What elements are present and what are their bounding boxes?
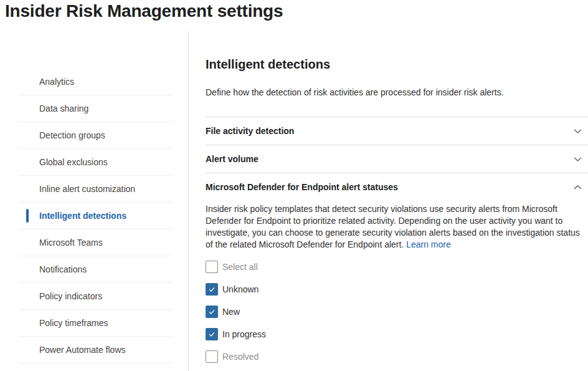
alert-status-checkbox-list: Select all Unknown New In progress <box>206 261 588 363</box>
checkbox-box[interactable] <box>206 283 218 296</box>
checkmark-icon <box>208 330 216 338</box>
defender-section-body: Insider risk policy templates that detec… <box>206 201 588 363</box>
sidebar-item-data-sharing[interactable]: Data sharing <box>19 95 173 122</box>
section-defender-alert-statuses[interactable]: Microsoft Defender for Endpoint alert st… <box>206 173 588 201</box>
page-title: Insider Risk Management settings <box>0 0 588 31</box>
sidebar-item-notifications[interactable]: Notifications <box>19 256 173 283</box>
sidebar-item-label: Data sharing <box>39 104 88 113</box>
defender-description: Insider risk policy templates that detec… <box>206 203 588 251</box>
sidebar-item-power-automate-flows[interactable]: Power Automate flows <box>19 337 173 364</box>
section-alert-volume[interactable]: Alert volume <box>206 145 588 173</box>
section-label: Microsoft Defender for Endpoint alert st… <box>206 182 398 192</box>
sidebar-item-label: Microsoft Teams <box>39 238 103 248</box>
defender-description-text: Insider risk policy templates that detec… <box>206 204 580 249</box>
sidebar-item-label: Global exclusions <box>39 157 108 167</box>
checkmark-icon <box>208 308 216 316</box>
section-heading: Intelligent detections <box>206 57 588 72</box>
checkbox-label: In progress <box>222 329 266 339</box>
checkbox-label: New <box>222 307 240 317</box>
sidebar-item-global-exclusions[interactable]: Global exclusions <box>19 149 173 176</box>
checkmark-icon <box>208 286 216 293</box>
checkbox-unknown[interactable]: Unknown <box>206 283 588 296</box>
section-label: File activity detection <box>206 126 294 136</box>
section-file-activity-detection[interactable]: File activity detection <box>206 117 588 145</box>
sidebar-item-label: Detection groups <box>39 130 105 140</box>
chevron-down-icon[interactable] <box>573 127 582 136</box>
checkbox-in-progress[interactable]: In progress <box>206 328 588 340</box>
sidebar-item-label: Notifications <box>39 264 87 274</box>
selected-indicator-bar <box>26 209 29 223</box>
sidebar-item-label: Power Automate flows <box>39 345 126 355</box>
checkbox-label: Select all <box>222 262 258 272</box>
checkbox-box[interactable] <box>206 350 218 363</box>
checkbox-label: Resolved <box>222 352 258 362</box>
chevron-down-icon[interactable] <box>573 155 582 164</box>
checkbox-select-all[interactable]: Select all <box>206 261 588 273</box>
sidebar-item-label: Analytics <box>39 77 74 87</box>
learn-more-link[interactable]: Learn more <box>406 239 451 249</box>
sidebar-item-detection-groups[interactable]: Detection groups <box>19 122 173 149</box>
sidebar-item-policy-indicators[interactable]: Policy indicators <box>19 283 173 310</box>
sidebar-item-inline-alert-customization[interactable]: Inline alert customization <box>19 176 173 203</box>
sidebar-item-label: Intelligent detections <box>39 211 126 221</box>
sidebar-item-microsoft-teams[interactable]: Microsoft Teams <box>19 229 173 256</box>
insider-risk-settings-page: Insider Risk Management settings Analyti… <box>0 0 588 371</box>
section-description: Define how the detection of risk activit… <box>206 87 588 97</box>
chevron-up-icon[interactable] <box>573 183 582 192</box>
sidebar-item-label: Policy timeframes <box>39 318 108 328</box>
main-panel: Intelligent detections Define how the de… <box>189 31 588 371</box>
sidebar-item-analytics[interactable]: Analytics <box>19 69 173 95</box>
checkbox-box[interactable] <box>206 306 218 318</box>
settings-sidebar: Analytics Data sharing Detection groups … <box>0 31 189 371</box>
content-area: Analytics Data sharing Detection groups … <box>0 31 588 371</box>
sidebar-item-label: Inline alert customization <box>39 184 135 194</box>
sidebar-item-label: Policy indicators <box>39 291 102 301</box>
checkbox-box[interactable] <box>206 328 218 340</box>
checkbox-box[interactable] <box>206 261 218 273</box>
checkbox-label: Unknown <box>222 284 258 294</box>
sidebar-item-intelligent-detections[interactable]: Intelligent detections <box>19 203 173 229</box>
section-label: Alert volume <box>206 154 258 164</box>
checkbox-new[interactable]: New <box>206 306 588 318</box>
sidebar-item-policy-timeframes[interactable]: Policy timeframes <box>19 310 173 337</box>
checkbox-resolved[interactable]: Resolved <box>206 350 588 363</box>
